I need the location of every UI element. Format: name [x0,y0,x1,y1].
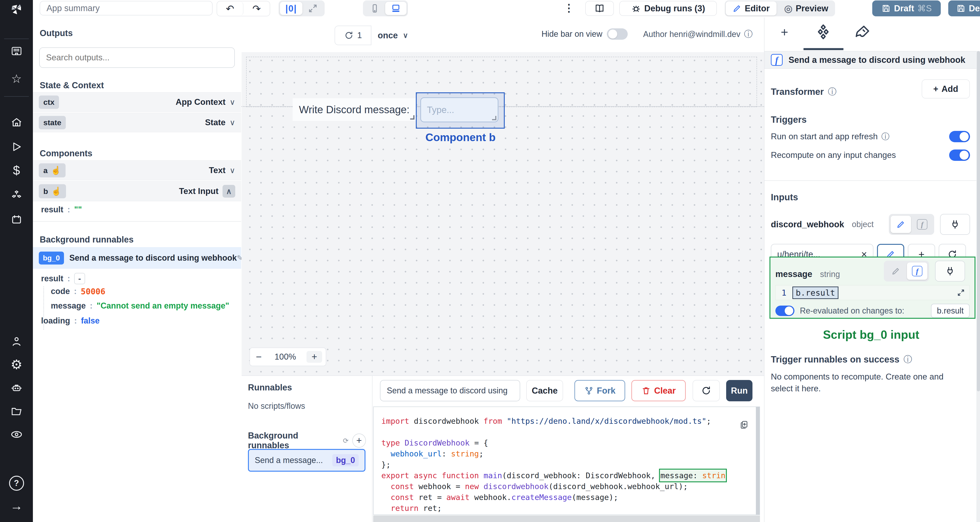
bg0-code-row[interactable]: code: 50006 [51,286,105,296]
state-row[interactable]: state State ∨ [33,113,241,132]
cache-button[interactable]: Cache [526,380,563,401]
message-expr-value[interactable]: b.result [792,286,838,299]
help-icon[interactable]: ? [0,475,33,491]
tab-styling[interactable] [853,24,871,41]
refresh-script-button[interactable] [692,380,720,401]
users-icon[interactable] [0,334,33,349]
script-name-input[interactable] [380,380,520,401]
expand-grid-button[interactable] [302,2,323,15]
chevron-down-icon[interactable]: ∨ [229,118,235,127]
deploy-button[interactable]: Deploy [948,0,980,16]
resize-handle[interactable] [492,116,496,120]
reeval-toggle[interactable] [775,306,794,316]
zoom-out-button[interactable]: − [254,351,264,363]
trash-icon [641,386,651,395]
right-panel-scrollbar[interactable] [976,51,980,522]
redo-button[interactable]: ↷ [243,2,270,16]
run-button[interactable]: Run [726,380,752,401]
info-icon[interactable]: ⓘ [744,29,753,40]
hide-bar-toggle[interactable] [607,29,628,40]
ctx-row[interactable]: ctx App Context ∨ [33,92,241,112]
code-editor[interactable]: import discordwebhook from "https://deno… [373,407,760,515]
eval-mode-button[interactable]: f [912,216,932,233]
recompute-on-change-toggle[interactable] [949,150,970,161]
canvas-grid[interactable]: Write Discord message: Type... Component… [242,52,764,376]
add-transformer-button[interactable]: +Add [922,80,970,99]
search-outputs-input[interactable] [39,48,235,68]
tab-editor[interactable]: Editor [726,2,776,16]
bg0-result-row[interactable]: result: - [41,273,85,284]
selected-component-b[interactable]: Type... [416,92,505,129]
mobile-icon [370,3,380,13]
kebab-menu-icon[interactable]: ⋮ [564,2,574,14]
desktop-view-button[interactable] [385,2,407,15]
text-component-a[interactable]: Write Discord message: [293,98,416,121]
chevron-up-icon[interactable]: ∧ [223,185,235,197]
mobile-view-button[interactable] [364,2,385,15]
runs-icon[interactable] [0,139,33,155]
draft-button[interactable]: Draft ⌘S [872,0,941,16]
clear-button[interactable]: Clear [631,380,686,401]
components-diamonds-icon [814,23,832,41]
debug-runs-button[interactable]: Debug runs (3) [619,1,717,16]
tab-settings[interactable] [814,23,832,41]
outputs-panel: Outputs State & Context ctx App Context … [33,18,242,522]
collapse-toggle[interactable]: - [74,273,85,284]
home-icon[interactable] [0,115,33,130]
ctx-type-label: App Context [176,97,226,107]
workers-icon[interactable] [0,380,33,396]
tab-preview[interactable]: ◎ Preview [778,0,835,16]
desktop-icon [391,3,401,14]
add-background-runnable-button[interactable]: + [352,433,366,447]
align-icon: |0| [285,3,297,14]
tab-insert[interactable]: + [776,24,792,40]
variables-icon[interactable]: $ [0,162,33,178]
code-vertical-scrollbar[interactable] [756,407,759,515]
fork-button[interactable]: Fork [574,380,625,401]
schedules-icon[interactable] [0,212,33,228]
info-icon[interactable]: ⓘ [828,86,837,97]
code-horizontal-scrollbar[interactable] [373,516,760,522]
reeval-value-pill[interactable]: b.result [931,304,970,318]
docs-button[interactable] [585,1,614,16]
copy-code-icon[interactable] [739,420,749,430]
audit-logs-icon[interactable] [0,427,33,442]
fork-icon [584,386,594,395]
resources-icon[interactable] [0,188,33,203]
app-summary-input[interactable] [40,1,213,16]
favorites-icon[interactable]: ☆ [0,71,33,87]
recompute-count-box[interactable]: 1 [335,25,371,45]
divider [372,376,372,522]
info-icon[interactable]: ⓘ [904,354,912,365]
text-input-component[interactable]: Type... [420,97,498,122]
recompute-mode-select[interactable]: once ∨ [378,25,408,45]
expand-editor-icon[interactable] [957,288,965,297]
b-result-row[interactable]: result: "" [41,205,82,214]
eval-mode-button[interactable]: f [907,263,928,280]
settings-icon[interactable]: ⚙ [0,356,33,372]
static-mode-button[interactable] [886,263,906,280]
chevron-down-icon[interactable]: ∨ [229,166,235,175]
static-mode-button[interactable] [891,216,911,233]
scrollbar-thumb[interactable] [977,51,980,392]
connect-input-button[interactable] [940,214,970,235]
info-icon[interactable]: ⓘ [881,131,889,142]
chevron-down-icon[interactable]: ∨ [229,97,235,107]
run-on-start-toggle[interactable] [949,131,970,142]
expand-sidebar-icon[interactable]: → [0,498,33,514]
zoom-in-button[interactable]: + [307,351,322,363]
message-expr-editor[interactable]: 1 b.result [775,285,970,300]
bg0-loading-row[interactable]: loading: false [41,316,100,326]
undo-button[interactable]: ↶ [217,2,243,16]
pencil-icon [891,267,900,275]
bg0-runnable-item[interactable]: Send a message... bg_0 [248,449,366,472]
bg0-message-row[interactable]: message: "Cannot send an empty message" [51,301,229,310]
component-b-row[interactable]: b☝ Text Input ∧ [33,181,241,201]
connect-input-button[interactable] [935,261,965,282]
apps-icon[interactable] [0,43,33,59]
component-a-row[interactable]: a☝ Text ∨ [33,161,241,180]
bg0-row[interactable]: bg_0 Send a message to discord using web… [33,247,241,269]
resize-handle[interactable] [410,115,414,119]
folders-icon[interactable] [0,403,33,419]
align-components-button[interactable]: |0| [280,2,302,15]
